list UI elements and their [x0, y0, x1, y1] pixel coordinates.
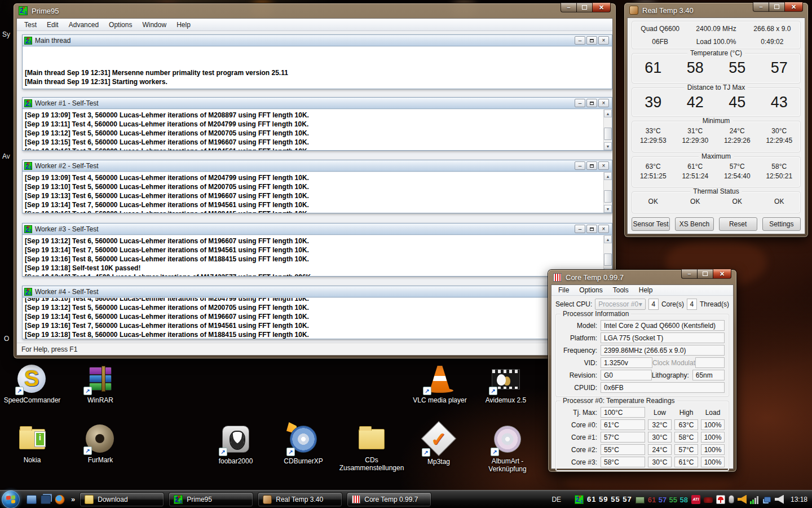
desktop-icon-vlc[interactable]: ↗ VLC media player: [411, 365, 469, 404]
xs-bench-button[interactable]: XS Bench: [675, 217, 713, 231]
worker3-titlebar[interactable]: 2P-1 Worker #3 - Self-Test – ×: [23, 224, 612, 235]
cpuid-value: 0x6FB: [601, 382, 725, 393]
scroll-thumb[interactable]: [604, 128, 612, 140]
scroll-up-icon[interactable]: ▲: [604, 235, 612, 243]
menu-edit[interactable]: Edit: [42, 19, 64, 30]
desktop-icon-avidemux[interactable]: ↗ Avidemux 2.5: [477, 365, 535, 404]
firefox-icon[interactable]: [55, 494, 65, 505]
minimize-button[interactable]: –: [681, 269, 698, 279]
cpu-select-dropdown[interactable]: Processor #0▾: [595, 299, 645, 310]
log-view[interactable]: [Sep 19 13:10] Test 4, 560000 Lucas-Lehm…: [23, 297, 612, 339]
partial-icon-label: Sy: [2, 30, 10, 38]
taskbar-button-coretemp[interactable]: Core Temp 0.99.7: [347, 492, 431, 507]
taskbar: » Download 2P-1 Prime95 Real Temp 3.40 C…: [0, 490, 812, 508]
menu-test[interactable]: Test: [19, 19, 42, 30]
avira-tray-icon[interactable]: [716, 495, 725, 504]
child-close-button[interactable]: ×: [598, 99, 609, 107]
distance-panel: Distance to TJ Max 39424543: [632, 87, 801, 117]
child-close-button[interactable]: ×: [598, 36, 609, 45]
menu-advanced[interactable]: Advanced: [64, 19, 104, 30]
menu-options[interactable]: Options: [104, 19, 137, 30]
menu-help[interactable]: Help: [634, 285, 658, 295]
child-minimize-button[interactable]: –: [575, 161, 585, 170]
realtemp-titlebar[interactable]: Real Temp 3.40 – ✕: [624, 3, 808, 17]
desktop-icon-nokia[interactable]: Nokia: [3, 424, 61, 464]
maximize-button[interactable]: [697, 269, 713, 279]
child-restore-button[interactable]: [586, 225, 597, 233]
log-view[interactable]: [Main thread Sep 19 12:31] Mersenne numb…: [23, 46, 612, 89]
child-minimize-button[interactable]: –: [575, 99, 585, 107]
child-restore-button[interactable]: [586, 36, 597, 45]
close-button[interactable]: ✕: [592, 3, 611, 12]
desktop-icon-label: foobar2000: [207, 457, 264, 465]
desktop-icon-cds-zusammenstellungen[interactable]: CDs Zusammenstellungen: [338, 424, 405, 472]
reset-button[interactable]: Reset: [719, 217, 757, 231]
mouse-tray-icon[interactable]: [729, 495, 734, 503]
minimize-button[interactable]: –: [561, 3, 577, 12]
sensor-test-button[interactable]: Sensor Test: [632, 217, 670, 231]
audio-tray-icon[interactable]: [738, 495, 747, 504]
close-button[interactable]: ✕: [713, 269, 731, 279]
ati-tray-icon[interactable]: ATI: [691, 495, 700, 504]
scrollbar[interactable]: ▲▼: [603, 172, 612, 213]
desktop-icon-mp3tag[interactable]: ↗ Mp3tag: [410, 424, 467, 466]
language-indicator[interactable]: DE: [551, 496, 561, 503]
scroll-down-icon[interactable]: ▼: [604, 205, 612, 213]
worker1-titlebar[interactable]: 2P-1 Worker #1 - Self-Test – ×: [23, 98, 612, 109]
ram-tray-icon[interactable]: [636, 497, 645, 503]
coretemp-tray-temps[interactable]: 61 57 55 58: [648, 494, 688, 505]
desktop-icon-furmark[interactable]: ↗ FurMark: [72, 424, 129, 464]
child-minimize-button[interactable]: –: [575, 225, 585, 233]
desktop-icon-cdburnerxp[interactable]: ↗ CDBurnerXP: [275, 424, 332, 465]
scroll-up-icon[interactable]: ▲: [604, 110, 612, 117]
show-desktop-icon[interactable]: [27, 495, 37, 504]
settings-button[interactable]: Settings: [762, 217, 801, 231]
menu-help[interactable]: Help: [171, 19, 196, 30]
desktop-icon-foobar2000[interactable]: ↗ foobar2000: [207, 424, 264, 465]
desktop-icon-albumart[interactable]: ↗ AlbumArt - Verknüpfung: [479, 424, 536, 473]
child-minimize-button[interactable]: –: [575, 36, 585, 45]
coretemp-titlebar[interactable]: Core Temp 0.99.7 – ✕: [548, 270, 736, 284]
scrollbar[interactable]: ▲▼: [603, 110, 612, 150]
child-restore-button[interactable]: [586, 99, 597, 107]
quick-launch-overflow-chevron[interactable]: »: [71, 495, 75, 503]
realtemp-tray-temps[interactable]: 61 59 55 57: [587, 495, 632, 503]
minimize-button[interactable]: –: [753, 2, 769, 12]
child-restore-button[interactable]: [586, 161, 597, 170]
menu-options[interactable]: Options: [574, 285, 607, 295]
menu-tools[interactable]: Tools: [608, 285, 634, 295]
volume-tray-icon[interactable]: [775, 495, 784, 504]
worker4-titlebar[interactable]: 2P-1 Worker #4 - Self-Test – ×: [23, 286, 612, 297]
menu-file[interactable]: File: [553, 285, 574, 295]
signal-strength-icon[interactable]: [750, 495, 759, 504]
window-switcher-icon[interactable]: [41, 495, 51, 504]
desktop-icon-winrar[interactable]: ↗ WinRAR: [72, 365, 129, 404]
child-window-title: Worker #4 - Self-Test: [35, 288, 575, 296]
scroll-thumb[interactable]: [604, 190, 612, 203]
log-view[interactable]: [Sep 19 13:09] Test 3, 560000 Lucas-Lehm…: [23, 109, 612, 150]
worker1-window: 2P-1 Worker #1 - Self-Test – × [Sep 19 1…: [22, 97, 612, 151]
network-tray-icon[interactable]: [762, 495, 771, 504]
scroll-down-icon[interactable]: ▼: [604, 142, 612, 150]
scroll-up-icon[interactable]: ▲: [604, 172, 612, 180]
main-thread-titlebar[interactable]: 2P-1 Main thread – ×: [23, 35, 612, 46]
log-view[interactable]: [Sep 19 13:12] Test 6, 560000 Lucas-Lehm…: [23, 235, 612, 276]
worker2-titlebar[interactable]: 2P-1 Worker #2 - Self-Test – ×: [23, 160, 612, 172]
prime95-tray-icon[interactable]: 2P-1: [575, 495, 584, 504]
red-utility-tray-icon[interactable]: [704, 497, 713, 503]
taskbar-button-realtemp[interactable]: Real Temp 3.40: [258, 492, 342, 507]
scroll-thumb[interactable]: [604, 253, 612, 266]
taskbar-clock[interactable]: 13:18: [791, 496, 807, 503]
maximize-button[interactable]: [576, 3, 593, 12]
taskbar-button-download[interactable]: Download: [80, 492, 164, 507]
taskbar-button-prime95[interactable]: 2P-1 Prime95: [169, 492, 253, 507]
prime95-titlebar[interactable]: 2P-1 Prime95 – ✕: [14, 3, 616, 18]
close-button[interactable]: ✕: [784, 2, 803, 12]
child-close-button[interactable]: ×: [598, 161, 609, 170]
desktop-icon-speedcommander[interactable]: S↗ SpeedCommander: [3, 365, 61, 404]
maximize-button[interactable]: [769, 2, 785, 12]
child-close-button[interactable]: ×: [598, 225, 609, 233]
log-view[interactable]: [Sep 19 13:09] Test 4, 560000 Lucas-Lehm…: [23, 172, 612, 213]
start-button[interactable]: [2, 491, 20, 508]
menu-window[interactable]: Window: [137, 19, 171, 30]
